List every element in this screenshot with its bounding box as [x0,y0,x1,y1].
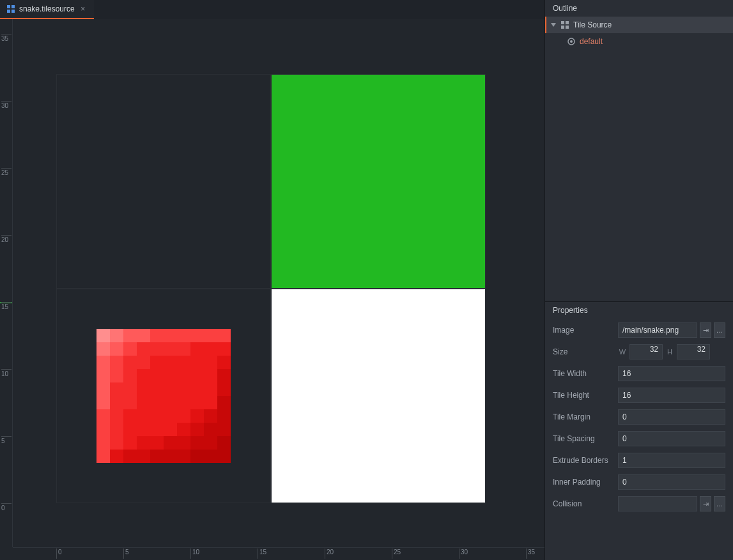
prop-label-extrude-borders: Extrude Borders [553,456,614,465]
prop-row-image: Image ⇥ … [553,321,725,339]
ruler-horizontal: 05101520253035 [13,547,544,560]
prop-row-inner-padding: Inner Padding [553,473,725,491]
editor-area: snake.tilesource × 35302520151050 051015… [0,0,544,560]
ruler-tick: 10 [190,549,199,559]
ruler-tick: 30 [459,549,468,559]
ruler-tick: 15 [258,549,266,559]
ruler-tick: 30 [1,101,12,109]
prop-label-tile-spacing: Tile Spacing [553,434,614,443]
svg-marker-4 [551,23,556,27]
prop-row-tile-width: Tile Width [553,365,725,382]
outline-item-tile-source[interactable]: Tile Source [545,17,733,33]
tile-spacing-field[interactable] [618,431,725,446]
browse-button[interactable]: … [714,322,725,338]
size-h-value: 32 [677,344,710,359]
tile-grid [56,74,486,503]
tab-snake-tilesource[interactable]: snake.tilesource × [0,0,94,19]
tilesource-icon [6,4,15,13]
properties-header: Properties [545,302,733,319]
prop-row-extrude-borders: Extrude Borders [553,451,725,469]
tilesource-viewport[interactable]: 35302520151050 05101520253035 [0,19,544,560]
ruler-tick: 20 [1,235,12,243]
extrude-borders-field[interactable] [618,453,725,468]
prop-label-image: Image [553,326,614,335]
prop-label-tile-margin: Tile Margin [553,412,614,421]
outline-tree: Tile Source default [545,17,733,301]
close-icon[interactable]: × [79,4,88,13]
ruler-tick: 35 [526,549,535,559]
prop-row-collision: Collision ⇥ … [553,495,725,513]
svg-rect-1 [12,5,15,8]
svg-rect-7 [561,26,564,29]
prop-row-tile-spacing: Tile Spacing [553,430,725,448]
image-field[interactable] [618,322,697,338]
prop-label-tile-height: Tile Height [553,391,614,400]
ruler-tick: 10 [1,369,12,377]
ruler-tick: 25 [392,549,401,559]
svg-rect-0 [7,5,10,8]
ruler-tick: 0 [56,549,62,559]
tilesource-icon [560,20,569,29]
browse-button[interactable]: … [714,496,725,511]
tile-cell-white[interactable] [271,289,486,503]
collision-field[interactable] [618,496,697,511]
svg-rect-8 [566,26,569,29]
properties-panel: Properties Image ⇥ … Size W 32 H 32 [545,301,733,560]
ruler-tick: 0 [1,503,12,511]
side-panel: Outline Tile Source default Properties I… [544,0,733,560]
svg-rect-3 [12,10,15,13]
svg-point-10 [570,40,573,43]
chevron-down-icon[interactable] [550,22,557,28]
ruler-tick: 35 [1,34,12,42]
outline-item-default[interactable]: default [545,33,733,50]
size-w-value: 32 [629,344,663,359]
tile-height-field[interactable] [618,388,725,403]
ruler-tick: 5 [123,549,129,559]
svg-rect-6 [566,21,569,24]
prop-label-collision: Collision [553,499,614,508]
outline-item-label: default [580,37,603,46]
outline-header: Outline [545,0,733,17]
svg-rect-2 [7,10,10,13]
tile-cell-green[interactable] [271,74,486,289]
ruler-tick: 20 [325,549,334,559]
ruler-tick: 5 [1,436,12,444]
prop-label-tile-width: Tile Width [553,369,614,378]
tab-bar: snake.tilesource × [0,0,544,19]
prop-label-inner-padding: Inner Padding [553,478,614,487]
properties-list: Image ⇥ … Size W 32 H 32 Tile Width [545,319,733,520]
ruler-vertical: 35302520151050 [0,19,13,547]
tile-width-field[interactable] [618,366,725,381]
tile-cell-red-container[interactable] [56,289,271,503]
ruler-tick: 15 [1,302,12,310]
animation-icon [567,37,576,46]
outline-item-label: Tile Source [573,20,612,29]
prop-row-tile-margin: Tile Margin [553,408,725,426]
tab-label: snake.tilesource [19,4,75,13]
tile-margin-field[interactable] [618,409,725,425]
size-h-label: H [665,348,674,356]
inner-padding-field[interactable] [618,474,725,490]
prop-row-size: Size W 32 H 32 [553,343,725,361]
ruler-tick: 25 [1,168,12,176]
red-sprite [96,329,231,463]
prop-label-size: Size [553,347,614,356]
canvas[interactable] [13,19,544,547]
goto-resource-button[interactable]: ⇥ [700,496,711,511]
goto-resource-button[interactable]: ⇥ [700,322,711,338]
tile-cell-empty-0[interactable] [56,74,271,289]
prop-row-tile-height: Tile Height [553,386,725,404]
size-w-label: W [618,348,627,356]
svg-rect-5 [561,21,564,24]
